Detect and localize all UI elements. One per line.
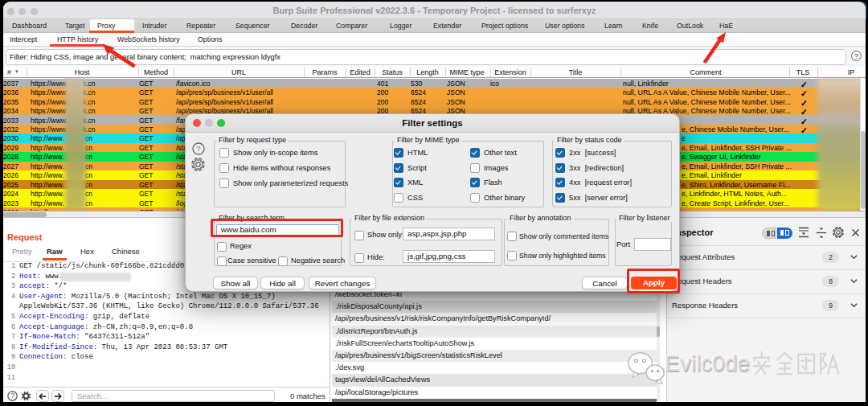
svg-text:?: ?	[196, 144, 200, 153]
svg-text:?: ?	[10, 392, 14, 400]
